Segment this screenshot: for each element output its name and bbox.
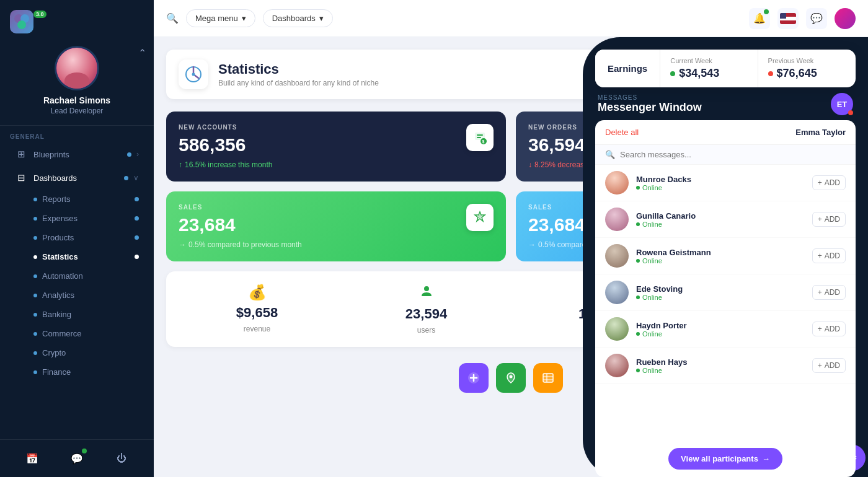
mega-menu-button[interactable]: Mega menu ▾ xyxy=(186,9,255,27)
delete-all-button[interactable]: Delete all xyxy=(605,128,639,137)
add-reuben-button[interactable]: + ADD xyxy=(812,358,846,373)
munroe-avatar xyxy=(605,171,629,195)
svg-rect-6 xyxy=(477,134,483,136)
munroe-name: Munroe Dacks xyxy=(636,175,805,184)
ede-name: Ede Stoving xyxy=(636,284,805,294)
contact-item-reuben[interactable]: Rueben Hays Online + ADD xyxy=(595,348,856,384)
sidebar-item-blueprints[interactable]: ⊞ Blueprints › xyxy=(5,143,149,165)
messages-section: MESSAGES Messenger Window ET Delete all … xyxy=(595,93,856,477)
revenue-icon: 💰 xyxy=(248,284,267,301)
sidebar-sub-banking[interactable]: Banking xyxy=(5,305,149,323)
blueprints-chevron: › xyxy=(136,150,139,159)
sidebar-sub-crypto[interactable]: Crypto xyxy=(5,344,149,362)
sidebar-sub-products[interactable]: Products xyxy=(5,229,149,247)
active-user-status-dot xyxy=(848,110,853,115)
notification-bell-btn[interactable]: 🔔 xyxy=(749,8,770,29)
chat-notification-dot xyxy=(82,449,87,453)
banking-label: Banking xyxy=(42,310,71,319)
users-label: users xyxy=(417,326,435,335)
add-rowena-button[interactable]: + ADD xyxy=(812,248,846,263)
page-title: Statistics xyxy=(218,61,379,77)
statistics-bullet xyxy=(33,255,37,259)
sidebar-sub-commerce[interactable]: Commerce xyxy=(5,325,149,343)
sidebar-item-dashboards[interactable]: ⊟ Dashboards ∨ xyxy=(5,167,149,189)
sidebar-sub-finance[interactable]: Finance xyxy=(5,363,149,381)
sidebar-sub-statistics[interactable]: Statistics xyxy=(5,248,149,266)
messages-label: MESSAGES xyxy=(598,94,702,101)
munroe-online-dot xyxy=(636,186,640,190)
sidebar-sub-analytics[interactable]: Analytics xyxy=(5,286,149,304)
add-action-btn[interactable] xyxy=(459,363,489,393)
expenses-label: Expenses xyxy=(42,214,78,223)
user-avatar[interactable] xyxy=(835,8,856,29)
messages-search-icon: 🔍 xyxy=(605,150,615,159)
profile-name: Rachael Simons xyxy=(43,95,110,105)
haydn-name: Haydn Porter xyxy=(636,321,805,330)
active-user-avatar[interactable]: ET xyxy=(831,93,853,115)
previous-week-label: Previous Week xyxy=(768,57,846,64)
add-ede-button[interactable]: + ADD xyxy=(812,285,846,300)
revenue-value: $9,658 xyxy=(236,305,278,321)
sidebar-general-label: GENERAL xyxy=(0,126,154,142)
automation-label: Automation xyxy=(42,271,83,281)
contact-item-munroe[interactable]: Munroe Dacks Online + ADD xyxy=(595,165,856,201)
sidebar-sub-reports[interactable]: Reports xyxy=(5,190,149,208)
svg-rect-24 xyxy=(543,374,553,382)
sidebar-sub-automation[interactable]: Automation xyxy=(5,267,149,285)
profile-chevron-icon[interactable]: ⌃ xyxy=(138,47,146,59)
blueprints-label: Blueprints xyxy=(33,150,69,159)
add-gunilla-button[interactable]: + ADD xyxy=(812,212,846,227)
notification-dot xyxy=(764,9,769,14)
analytics-bullet xyxy=(33,294,37,297)
svg-text:$: $ xyxy=(482,139,485,144)
gunilla-avatar xyxy=(605,208,629,231)
reuben-avatar xyxy=(605,354,629,377)
blueprints-dot xyxy=(127,152,131,157)
rowena-status: Online xyxy=(636,257,805,265)
messages-search-input[interactable] xyxy=(620,150,846,159)
right-panel: Earnings Current Week $34,543 Previous W… xyxy=(583,37,868,477)
contact-item-ede[interactable]: Ede Stoving Online + ADD xyxy=(595,274,856,311)
users-icon xyxy=(419,284,434,302)
expenses-bullet xyxy=(33,217,37,221)
down-arrow-icon: ↓ xyxy=(528,160,532,169)
products-bullet xyxy=(33,236,37,240)
chat-icon-btn[interactable]: 💬 xyxy=(66,447,88,470)
table-action-btn[interactable] xyxy=(533,363,563,393)
svg-point-23 xyxy=(510,375,513,379)
location-action-btn[interactable] xyxy=(496,363,526,393)
reports-bullet xyxy=(33,198,37,201)
statistics-dot xyxy=(135,255,139,259)
view-all-section: View all participants → xyxy=(595,435,856,477)
ede-status: Online xyxy=(636,294,805,301)
power-icon-btn[interactable]: ⏻ xyxy=(110,447,133,470)
app-logo-icon xyxy=(10,10,33,33)
chat-topbar-btn[interactable]: 💬 xyxy=(806,8,827,29)
sidebar-logo: 3.0 xyxy=(0,0,154,40)
contact-item-haydn[interactable]: Haydn Porter Online + ADD xyxy=(595,311,856,348)
profile-avatar[interactable] xyxy=(55,46,99,90)
search-icon[interactable]: 🔍 xyxy=(166,12,179,24)
dashboards-icon: ⊟ xyxy=(15,172,27,183)
add-haydn-button[interactable]: + ADD xyxy=(812,322,846,336)
main-content: 🔍 Mega menu ▾ Dashboards ▾ 🔔 💬 xyxy=(154,0,868,477)
svg-point-2 xyxy=(17,20,26,29)
current-week-dot xyxy=(670,71,675,76)
dashboards-button[interactable]: Dashboards ▾ xyxy=(263,9,333,27)
messages-header: MESSAGES Messenger Window ET xyxy=(595,93,856,115)
new-accounts-change-text: 16.5% increase this month xyxy=(185,160,272,169)
contact-item-rowena[interactable]: Rowena Geistmann Online + ADD xyxy=(595,238,856,274)
products-dot xyxy=(135,235,139,240)
calendar-icon-btn[interactable]: 📅 xyxy=(21,447,43,470)
add-munroe-button[interactable]: + ADD xyxy=(812,175,846,190)
contact-item-gunilla[interactable]: Gunilla Canario Online + ADD xyxy=(595,201,856,238)
new-accounts-label: NEW ACCOUNTS xyxy=(179,124,272,131)
sales-green-icon xyxy=(466,204,494,231)
banking-bullet xyxy=(33,313,37,317)
view-all-participants-button[interactable]: View all participants → xyxy=(668,448,782,470)
version-badge: 3.0 xyxy=(33,11,46,18)
flag-icon-btn[interactable] xyxy=(777,8,799,29)
reuben-name: Rueben Hays xyxy=(636,357,805,367)
sales-green-label: SALES xyxy=(179,204,302,211)
sidebar-sub-expenses[interactable]: Expenses xyxy=(5,209,149,227)
